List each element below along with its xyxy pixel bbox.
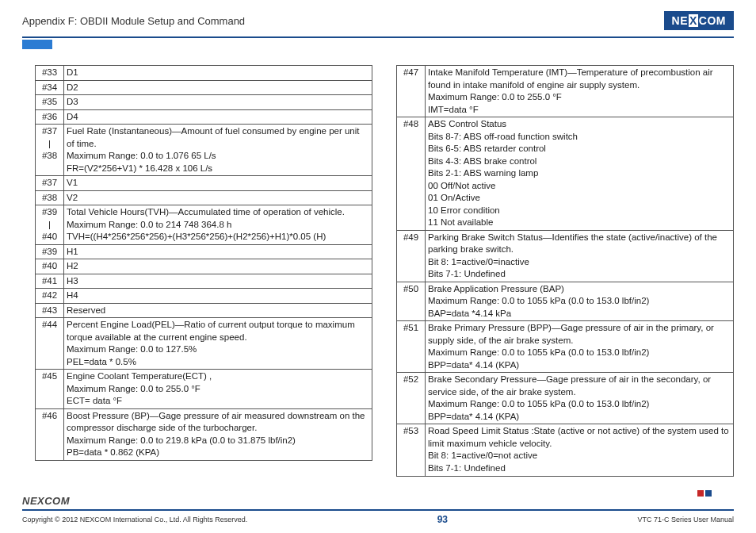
footer-manual: VTC 71-C Series User Manual <box>637 516 734 523</box>
table-row: #35D3 <box>36 95 372 110</box>
row-id: #43 <box>36 303 64 318</box>
right-column: #47Intake Manifold Temperature (IMT)—Tem… <box>396 65 734 477</box>
page-header: Appendix F: OBDII Module Setup and Comma… <box>0 0 756 35</box>
row-id: #39 <box>36 244 64 259</box>
table-row: #34D2 <box>36 80 372 95</box>
table-row: #37|#38Fuel Rate (Instantaneous)—Amount … <box>36 125 372 176</box>
table-row: #40H2 <box>36 259 372 274</box>
row-content: Brake Application Pressure (BAP)Maximum … <box>426 282 734 321</box>
row-id: #35 <box>36 95 64 110</box>
footer-color-marks <box>697 490 712 497</box>
footer-brand: NEXCOM <box>22 495 734 507</box>
table-row: #38V2 <box>36 190 372 205</box>
row-id: #48 <box>397 117 426 231</box>
header-rule <box>22 36 734 38</box>
row-content: V1 <box>64 176 372 191</box>
table-row: #52Brake Secondary Pressure—Gage pressur… <box>397 373 734 424</box>
row-content: ABS Control StatusBits 8-7: ABS off-road… <box>426 117 734 231</box>
footer-rule <box>22 509 734 511</box>
row-id: #51 <box>397 321 426 373</box>
nexcom-logo: NEXCOM <box>664 11 734 30</box>
logo-right: COM <box>699 14 726 27</box>
row-content: H2 <box>64 259 372 274</box>
left-table: #33D1#34D2#35D3#36D4#37|#38Fuel Rate (In… <box>35 65 372 461</box>
row-content: Reserved <box>64 303 372 318</box>
row-content: H4 <box>64 289 372 304</box>
logo-mid: X <box>689 14 698 27</box>
row-id: #34 <box>36 80 64 95</box>
table-row: #33D1 <box>36 66 372 81</box>
table-row: #50Brake Application Pressure (BAP)Maxim… <box>397 282 734 321</box>
table-row: #37V1 <box>36 176 372 191</box>
row-id: #50 <box>397 282 426 321</box>
row-id: #38 <box>36 190 64 205</box>
mark-blue <box>705 490 712 497</box>
table-row: #45Engine Coolant Temperature(ECT) ,Maxi… <box>36 370 372 409</box>
row-id: #45 <box>36 370 64 409</box>
table-row: #39|#40Total Vehicle Hours(TVH)—Accumula… <box>36 205 372 245</box>
left-column: #33D1#34D2#35D3#36D4#37|#38Fuel Rate (In… <box>35 65 372 477</box>
row-content: D4 <box>64 109 372 125</box>
row-content: D1 <box>64 66 372 81</box>
row-content: Road Speed Limit Status :State (active o… <box>426 424 734 476</box>
row-id: #47 <box>397 66 426 117</box>
row-id: #39|#40 <box>36 205 64 245</box>
row-content: Boost Pressure (BP)—Gage pressure of air… <box>64 408 372 460</box>
row-id: #49 <box>397 230 426 282</box>
row-content: Engine Coolant Temperature(ECT) ,Maximum… <box>64 370 372 409</box>
row-content: Brake Primary Pressure (BPP)—Gage pressu… <box>426 321 734 373</box>
header-title: Appendix F: OBDII Module Setup and Comma… <box>22 15 245 27</box>
row-id: #41 <box>36 274 64 289</box>
table-row: #36D4 <box>36 109 372 125</box>
row-content: D2 <box>64 80 372 95</box>
table-row: #41H3 <box>36 274 372 289</box>
mark-red <box>697 490 704 497</box>
row-id: #46 <box>36 408 64 460</box>
row-id: #33 <box>36 66 64 81</box>
row-content: V2 <box>64 190 372 205</box>
table-row: #39H1 <box>36 244 372 259</box>
row-id: #40 <box>36 259 64 274</box>
row-content: Parking Brake Switch Status—Identifies t… <box>426 230 734 282</box>
logo-left: NE <box>672 14 688 27</box>
table-row: #46Boost Pressure (BP)—Gage pressure of … <box>36 408 372 460</box>
row-content: D3 <box>64 95 372 110</box>
row-id: #42 <box>36 289 64 304</box>
row-id: #44 <box>36 318 64 370</box>
row-content: Intake Manifold Temperature (IMT)—Temper… <box>426 66 734 117</box>
row-id: #52 <box>397 373 426 424</box>
row-content: H1 <box>64 244 372 259</box>
content-area: #33D1#34D2#35D3#36D4#37|#38Fuel Rate (In… <box>0 49 756 477</box>
table-row: #47Intake Manifold Temperature (IMT)—Tem… <box>397 66 734 117</box>
row-content: Total Vehicle Hours(TVH)—Accumulated tim… <box>64 205 372 245</box>
row-id: #37 <box>36 176 64 191</box>
row-id: #53 <box>397 424 426 476</box>
right-table: #47Intake Manifold Temperature (IMT)—Tem… <box>396 65 734 477</box>
table-row: #51Brake Primary Pressure (BPP)—Gage pre… <box>397 321 734 373</box>
table-row: #42H4 <box>36 289 372 304</box>
row-content: Brake Secondary Pressure—Gage pressure o… <box>426 373 734 424</box>
page-footer: NEXCOM Copyright © 2012 NEXCOM Internati… <box>0 495 756 525</box>
row-id: #36 <box>36 109 64 125</box>
header-tab-mark <box>22 40 52 49</box>
row-content: H3 <box>64 274 372 289</box>
row-id: #37|#38 <box>36 125 64 176</box>
table-row: #53Road Speed Limit Status :State (activ… <box>397 424 734 476</box>
table-row: #43Reserved <box>36 303 372 318</box>
row-content: Percent Engine Load(PEL)—Ratio of curren… <box>64 318 372 370</box>
row-content: Fuel Rate (Instantaneous)—Amount of fuel… <box>64 125 372 176</box>
table-row: #44Percent Engine Load(PEL)—Ratio of cur… <box>36 318 372 370</box>
footer-copyright: Copyright © 2012 NEXCOM International Co… <box>22 516 247 523</box>
table-row: #48ABS Control StatusBits 8-7: ABS off-r… <box>397 117 734 231</box>
table-row: #49Parking Brake Switch Status—Identifie… <box>397 230 734 282</box>
page-number: 93 <box>437 514 448 525</box>
